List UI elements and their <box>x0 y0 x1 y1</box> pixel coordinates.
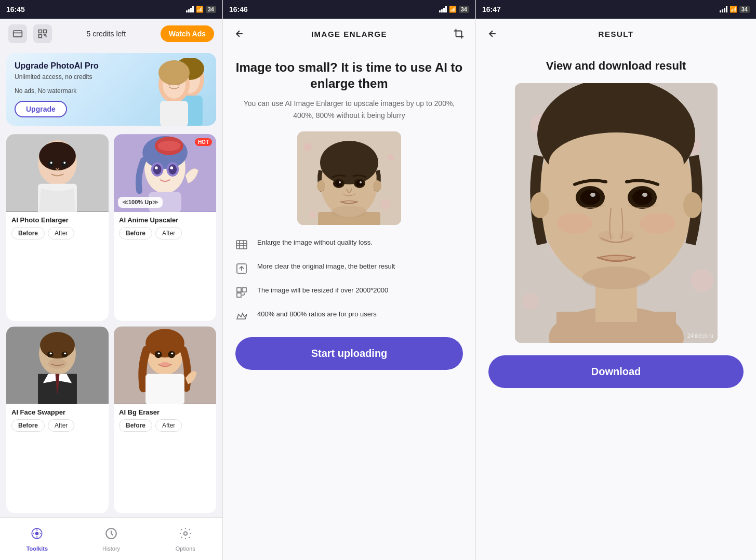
svg-point-73 <box>356 180 363 186</box>
svg-rect-80 <box>242 288 246 292</box>
panel3-header: RESULT <box>476 19 756 49</box>
card-ai-anime-upscaler[interactable]: HOT <box>114 134 216 321</box>
svg-point-16 <box>39 142 76 170</box>
svg-point-106 <box>640 213 676 234</box>
signal-icon-2 <box>439 6 447 12</box>
tools-grid: AI Photo Enlarger Before After HOT <box>0 130 222 517</box>
panel3-content: View and download result <box>476 49 756 560</box>
card-img-bg-eraser <box>114 326 216 404</box>
card-buttons-face-swapper: Before After <box>6 419 109 437</box>
panel-home: 16:45 📶 34 5 credits left Watch Ads Upgr… <box>0 0 222 560</box>
svg-point-95 <box>530 192 549 218</box>
watermark: 24hitech.ru <box>687 333 713 339</box>
watch-ads-button[interactable]: Watch Ads <box>161 25 214 42</box>
svg-point-45 <box>48 358 67 369</box>
svg-point-62 <box>380 199 391 209</box>
card-ai-bg-eraser[interactable]: AI Bg Eraser Before After <box>114 326 216 513</box>
result-section: View and download result <box>488 59 744 388</box>
svg-point-31 <box>155 166 158 169</box>
svg-point-41 <box>47 351 54 357</box>
svg-point-67 <box>320 141 378 184</box>
svg-rect-81 <box>237 293 241 297</box>
before-btn-photo-enlarger[interactable]: Before <box>11 227 45 239</box>
svg-rect-1 <box>39 30 42 33</box>
card-buttons-photo-enlarger: Before After <box>6 227 109 245</box>
panel2-title: IMAGE ENLARGE <box>254 30 444 38</box>
before-btn-bg-eraser[interactable]: Before <box>119 419 152 432</box>
card-label-face-swapper: AI Face Swapper <box>6 404 109 419</box>
card-ai-face-swapper[interactable]: AI Face Swapper Before After <box>6 326 109 513</box>
svg-point-76 <box>331 206 367 218</box>
upgrade-line1: Unlimited access, no credits <box>15 73 139 82</box>
time-3: 16:47 <box>482 5 501 14</box>
svg-point-75 <box>360 181 362 183</box>
svg-point-44 <box>64 352 66 354</box>
enlarge-heading: Image too small? It is time to use AI to… <box>235 59 463 91</box>
svg-point-30 <box>168 164 177 175</box>
crop-icon[interactable] <box>450 25 467 42</box>
download-button[interactable]: Download <box>488 355 744 388</box>
status-icons-3: 📶 34 <box>720 6 750 13</box>
svg-point-50 <box>155 351 162 358</box>
svg-rect-0 <box>14 31 22 37</box>
after-btn-face-swapper[interactable]: After <box>48 419 74 432</box>
svg-point-19 <box>61 160 67 167</box>
feature-text-2: The image will be resized if over 2000*2… <box>257 285 388 296</box>
back-button-2[interactable] <box>231 25 248 42</box>
card-label-photo-enlarger: AI Photo Enlarger <box>6 212 109 227</box>
card-img-face-swapper <box>6 326 109 404</box>
nav-options[interactable]: Options <box>148 523 222 556</box>
feature-item-2: The image will be resized if over 2000*2… <box>235 285 463 301</box>
svg-point-20 <box>50 162 52 164</box>
svg-point-74 <box>339 181 341 183</box>
svg-point-105 <box>556 213 593 234</box>
feature-item-3: 400% and 800% ratios are for pro users <box>235 309 463 325</box>
svg-point-104 <box>619 231 634 242</box>
enlarge-subtitle: You can use AI Image Enlarger to upscale… <box>235 98 463 121</box>
svg-point-53 <box>171 352 173 354</box>
svg-point-108 <box>582 266 650 289</box>
upgrade-button[interactable]: Upgrade <box>15 101 67 117</box>
sample-portrait-image <box>297 131 401 225</box>
status-bar-1: 16:45 📶 34 <box>0 0 222 19</box>
feature-item-0: Enlarge the image without quality loss. <box>235 237 463 253</box>
scan-icon[interactable] <box>33 24 52 43</box>
signal-icon-3 <box>720 6 727 12</box>
svg-point-26 <box>158 141 180 151</box>
svg-point-36 <box>40 332 75 358</box>
after-btn-bg-eraser[interactable]: After <box>155 419 182 432</box>
feature-text-1: More clear the original image, the bette… <box>257 261 395 272</box>
svg-point-60 <box>303 143 312 151</box>
svg-point-58 <box>183 531 187 535</box>
status-icons-2: 📶 34 <box>439 6 469 13</box>
back-button-3[interactable] <box>484 25 501 42</box>
time-2: 16:46 <box>229 5 248 14</box>
after-btn-anime-upscaler[interactable]: After <box>155 227 182 239</box>
svg-point-42 <box>61 351 68 357</box>
start-uploading-button[interactable]: Start uploading <box>235 337 463 370</box>
feature-text-3: 400% and 800% ratios are for pro users <box>257 309 377 319</box>
battery-icon-3: 34 <box>739 6 750 13</box>
after-btn-photo-enlarger[interactable]: After <box>48 227 74 239</box>
svg-point-55 <box>35 531 39 535</box>
wifi-icon-3: 📶 <box>730 6 737 13</box>
signal-icon-1 <box>186 6 194 12</box>
before-btn-anime-upscaler[interactable]: Before <box>119 227 152 239</box>
nav-history[interactable]: History <box>74 523 149 556</box>
nav-toolkits[interactable]: Toolkits <box>0 523 74 556</box>
wifi-icon-1: 📶 <box>196 6 204 13</box>
before-btn-face-swapper[interactable]: Before <box>11 419 45 432</box>
upgrade-banner: Upgrade PhotoAI Pro Unlimited access, no… <box>6 53 216 126</box>
sample-image-container <box>235 131 463 225</box>
resize-limit-icon <box>235 286 250 301</box>
card-ai-photo-enlarger[interactable]: AI Photo Enlarger Before After <box>6 134 109 321</box>
svg-point-48 <box>145 329 184 357</box>
upload-quality-icon <box>235 262 250 277</box>
upgrade-title: Upgrade PhotoAI Pro <box>15 61 139 71</box>
svg-point-102 <box>642 193 647 197</box>
anime-upscale-label: ≪100% Up≫ <box>118 197 163 208</box>
feature-item-1: More clear the original image, the bette… <box>235 261 463 277</box>
credits-label: 5 credits left <box>58 30 154 38</box>
svg-point-61 <box>388 154 394 161</box>
upgrade-line2: No ads, No watermark <box>15 87 139 96</box>
